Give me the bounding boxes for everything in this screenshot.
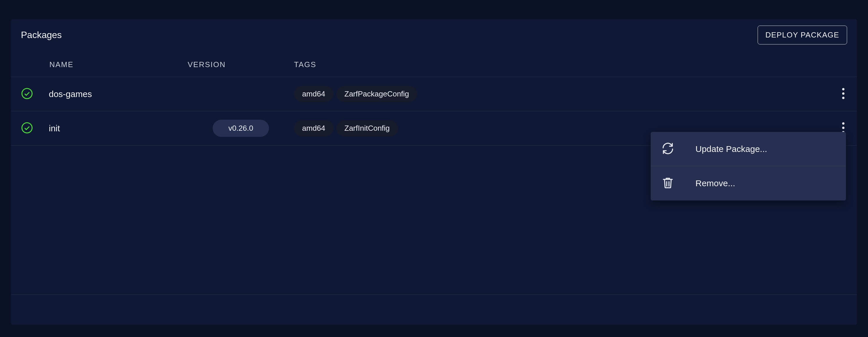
refresh-icon [661,142,675,156]
svg-point-4 [22,123,32,133]
package-name: init [49,123,188,133]
version-pill: v0.26.0 [213,120,269,137]
panel-title: Packages [21,30,62,40]
panel-footer [11,295,857,325]
package-name: dos-games [49,89,188,99]
check-circle-icon [21,87,33,101]
tag: ZarfInitConfig [336,120,398,136]
status-cell [11,122,49,135]
col-header-tags: TAGS [294,60,834,69]
tag: ZarfPackageConfig [336,86,417,102]
tags-cell: amd64 ZarfPackageConfig [294,86,834,102]
menu-item-label: Remove... [695,178,735,188]
tag: amd64 [294,120,334,136]
kebab-icon [842,96,845,100]
panel-header: Packages DEPLOY PACKAGE [11,19,857,51]
menu-item-label: Update Package... [695,144,767,154]
tag: amd64 [294,86,334,102]
row-actions-button[interactable] [838,85,848,102]
menu-item-remove[interactable]: Remove... [651,166,846,201]
svg-point-3 [842,97,844,99]
row-context-menu: Update Package... Remove... [651,132,846,201]
packages-panel: Packages DEPLOY PACKAGE NAME VERSION TAG… [11,19,857,325]
table-row[interactable]: dos-games amd64 ZarfPackageConfig [11,77,857,111]
deploy-package-button[interactable]: DEPLOY PACKAGE [757,26,847,44]
svg-point-2 [842,92,844,95]
svg-point-1 [842,88,844,90]
check-circle-icon [21,122,33,135]
menu-item-update-package[interactable]: Update Package... [651,132,846,166]
svg-point-6 [842,127,844,129]
table-header: NAME VERSION TAGS [11,51,857,77]
trash-icon [661,176,675,191]
status-cell [11,87,49,101]
version-cell: v0.26.0 [188,120,294,137]
col-header-name: NAME [31,60,188,69]
svg-point-5 [842,122,844,125]
col-header-version: VERSION [188,60,294,69]
svg-point-0 [22,88,32,98]
